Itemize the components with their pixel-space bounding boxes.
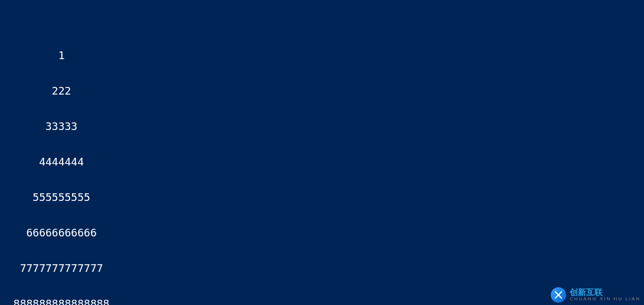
diamond-line: 66666666666 [7, 227, 639, 239]
diamond-line: 33333 [7, 121, 639, 132]
diamond-pattern: 1 222 33333 4444444 555555555 6666666666… [7, 26, 639, 305]
diamond-line: 222 [7, 85, 639, 97]
diamond-line: 888888888888888 [7, 298, 639, 305]
brand-logo-icon [551, 287, 566, 303]
diamond-line: 1 [7, 50, 639, 61]
brand-text: 创新互联 CHUANG XIN HU LIAN [570, 288, 640, 302]
svg-point-0 [557, 294, 560, 296]
terminal-output: 1 222 33333 4444444 555555555 6666666666… [0, 0, 644, 305]
brand-name-zh: 创新互联 [570, 288, 640, 296]
brand-watermark: 创新互联 CHUANG XIN HU LIAN [551, 287, 640, 303]
diamond-line: 555555555 [7, 192, 639, 203]
diamond-line: 4444444 [7, 156, 639, 168]
diamond-line: 7777777777777 [7, 262, 639, 274]
brand-name-en: CHUANG XIN HU LIAN [570, 296, 640, 302]
